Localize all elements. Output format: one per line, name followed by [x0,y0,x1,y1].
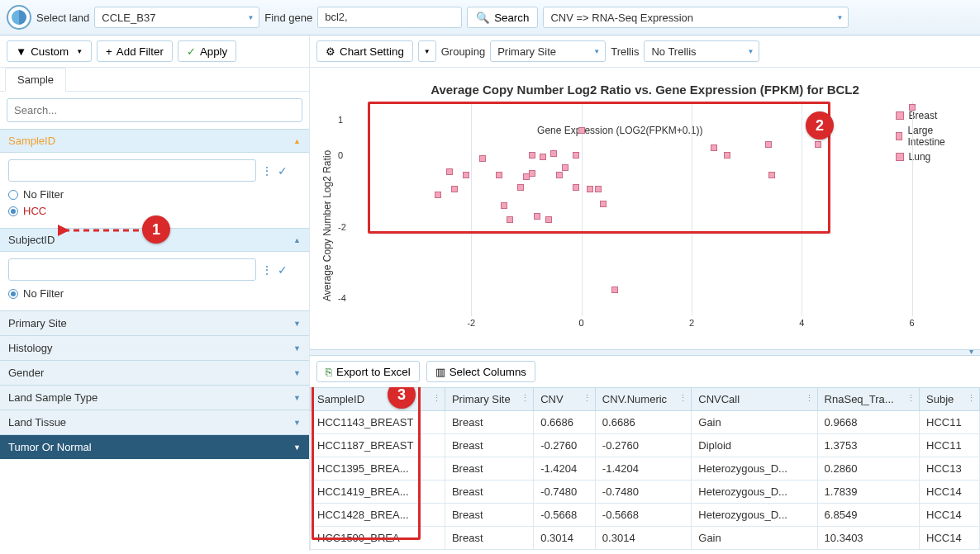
panel-head-land-tissue[interactable]: Land Tissue▼ [0,410,309,434]
export-excel-label: Export to Excel [336,366,411,378]
column-menu-icon[interactable]: ⋮ [583,393,592,404]
sampleid-filter-input[interactable] [8,159,256,182]
chevron-down-icon: ▼ [293,443,301,452]
data-point[interactable] [611,286,618,293]
table-cell: 0.3014 [534,527,596,550]
table-cell: 0.9668 [817,411,919,434]
radio-no-filter-sampleid[interactable]: No Filter [8,188,301,201]
column-header[interactable]: CNVCall⋮ [692,388,817,411]
column-menu-icon[interactable]: ⋮ [678,393,687,404]
column-menu-icon[interactable]: ⋮ [805,393,814,404]
chart-settings-button[interactable]: ⚙Chart Setting [316,40,413,62]
chevron-down-icon: ▼ [293,419,301,427]
x-tick: 6 [910,318,915,328]
chevron-down-icon: ▼ [293,369,301,377]
chevron-up-icon: ▲ [293,236,301,244]
sidebar: Sample SampleID ▲ ⋮ ✓ No Filter HCC [0,68,310,551]
search-button-label: Search [494,12,529,24]
land-dropdown[interactable]: CCLE_B37 [94,7,259,28]
custom-button[interactable]: ▼Custom▼ [7,40,92,62]
plus-icon: + [106,45,112,58]
table-cell: -0.5668 [534,504,596,527]
table-cell: -0.2760 [534,434,596,457]
table-cell: 0.2860 [817,457,919,481]
radio-no-filter-subjectid[interactable]: No Filter [8,287,301,300]
table-cell: Heterozygous_D... [692,504,817,527]
panel-title: Histology [8,342,52,354]
table-cell: Breast [445,457,533,481]
chevron-down-icon: ▼ [293,344,301,353]
panel-head-primary-site[interactable]: Primary Site▼ [0,310,309,335]
column-menu-icon[interactable]: ⋮ [967,393,976,404]
radio-icon-selected [8,206,18,216]
select-columns-button[interactable]: ▥Select Columns [426,361,535,382]
chart-title: Average Copy Number Log2 Ratio vs. Gene … [310,68,980,102]
panel-head-land-sample-type[interactable]: Land Sample Type▼ [0,385,309,410]
x-tick: 0 [579,318,584,328]
y-tick: -2 [338,222,346,232]
x-tick: -2 [467,318,475,328]
column-menu-icon[interactable]: ⋮ [521,393,530,404]
chart-settings-label: Chart Setting [340,45,404,58]
y-tick: 1 [338,115,343,125]
table-cell: -0.7480 [595,481,691,504]
panel-title: Land Tissue [8,416,66,429]
no-filter-label: No Filter [23,188,64,201]
table-cell: -0.2760 [595,434,691,457]
kebab-icon[interactable]: ⋮ ✓ [261,263,288,277]
no-filter-label: No Filter [23,287,64,300]
table-cell: -1.4204 [534,457,596,481]
land-value: CCLE_B37 [102,12,155,24]
apply-button[interactable]: ✓Apply [178,40,236,62]
panel-title: Land Sample Type [8,391,98,404]
kebab-icon[interactable]: ⋮ ✓ [261,164,288,178]
table-cell: HCC14 [920,481,980,504]
chart-settings-arrow[interactable]: ▼ [418,40,436,62]
gene-input[interactable]: bcl2, [317,7,462,28]
sidebar-tabstrip: Sample [0,68,309,92]
column-header[interactable]: Primary Site⋮ [445,388,533,411]
analysis-dropdown[interactable]: CNV => RNA-Seq Expression [543,7,849,28]
table-cell: HCC14 [920,504,980,527]
table-cell: HCC11 [920,411,980,434]
radio-icon-selected [8,289,18,299]
column-header[interactable]: Subje⋮ [920,388,980,411]
table-cell: HCC11 [920,434,980,457]
trellis-dropdown[interactable]: No Trellis [644,40,759,62]
data-point[interactable] [909,104,916,111]
column-header[interactable]: CNV.Numeric⋮ [595,388,691,411]
y-axis-label: Average Copy Number Log2 Ratio [318,102,336,349]
x-tick: 4 [799,318,804,328]
table-cell: Gain [692,527,817,550]
add-filter-button[interactable]: +Add Filter [97,40,173,62]
tab-sample[interactable]: Sample [5,68,66,92]
panel-title-subjectid: SubjectID [8,234,55,246]
panel-head-histology[interactable]: Histology▼ [0,335,309,360]
panel-head-gender[interactable]: Gender▼ [0,360,309,385]
column-menu-icon[interactable]: ⋮ [432,393,441,404]
split-handle[interactable] [310,349,980,356]
search-button[interactable]: 🔍Search [467,7,538,28]
table-cell: 0.6686 [595,411,691,434]
annotation-box-2 [368,102,830,234]
custom-button-label: Custom [31,45,69,58]
column-header[interactable]: CNV⋮ [534,388,596,411]
y-tick: 0 [338,150,343,160]
table-cell: -0.7480 [534,481,596,504]
subjectid-filter-input[interactable] [8,258,256,281]
export-excel-button[interactable]: ⎘Export to Excel [316,361,420,382]
panel-head-tumor-or-normal[interactable]: Tumor Or Normal▼ [0,434,309,459]
column-menu-icon[interactable]: ⋮ [906,393,916,404]
grouping-label: Grouping [441,45,485,58]
table-cell: -1.4204 [595,457,691,481]
select-land-label: Select land [36,12,89,24]
grouping-dropdown[interactable]: Primary Site [490,40,606,62]
find-gene-label: Find gene [264,12,312,24]
column-header[interactable]: RnaSeq_Tra...⋮ [817,388,919,411]
table-cell: 1.3753 [817,434,919,457]
apply-label: Apply [200,45,227,58]
sidebar-search-input[interactable] [7,98,302,122]
table-cell: Heterozygous_D... [692,481,817,504]
annotation-box-3 [312,387,421,540]
panel-head-sampleid[interactable]: SampleID ▲ [0,129,309,153]
